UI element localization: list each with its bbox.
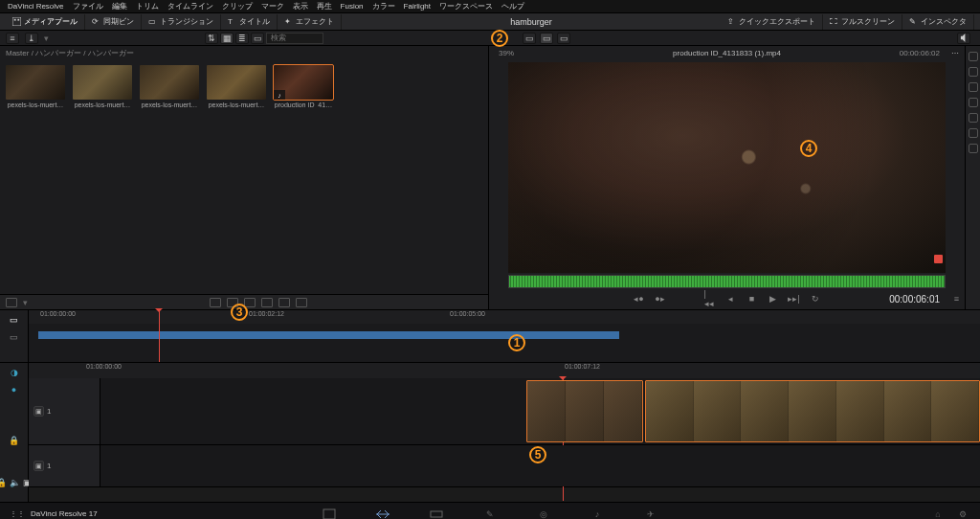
- transitions-toggle[interactable]: ▭ トランジション: [142, 14, 221, 30]
- prev-frame-button[interactable]: ◂: [725, 293, 737, 305]
- insert-clip-button[interactable]: [210, 298, 221, 307]
- media-page-button[interactable]: [322, 508, 337, 520]
- fairlight-page-button[interactable]: ♪: [590, 508, 605, 520]
- play-button[interactable]: ▶: [768, 293, 779, 305]
- svg-rect-1: [14, 19, 16, 21]
- upper-playhead[interactable]: [159, 310, 160, 362]
- loop-button[interactable]: ↻: [810, 293, 821, 305]
- video-track[interactable]: [100, 378, 980, 444]
- timeline-clip[interactable]: [645, 380, 980, 442]
- timeline-view-b[interactable]: ▭: [8, 331, 21, 343]
- bin-list-button[interactable]: ≡: [6, 33, 19, 44]
- lower-ruler[interactable]: 01:00:00:00 01:00:07:12: [29, 363, 980, 378]
- out-point-marker[interactable]: [934, 255, 943, 263]
- deliver-page-button[interactable]: ✈: [643, 508, 658, 520]
- media-pool-toggle[interactable]: メディアプール: [6, 14, 85, 30]
- fusion-page-button[interactable]: ✎: [482, 508, 498, 520]
- chevron-down-icon: ▾: [23, 298, 28, 307]
- media-clip[interactable]: ♪production ID_41…: [274, 65, 333, 108]
- lock-icon[interactable]: 🔒: [9, 436, 19, 445]
- transform-button[interactable]: [969, 67, 978, 77]
- audio-meter-toggle[interactable]: [957, 33, 970, 44]
- sync-bin-toggle[interactable]: ⟳ 同期ビン: [85, 14, 142, 30]
- menu-item[interactable]: ファイル: [73, 1, 103, 11]
- audio-waveform[interactable]: [508, 275, 946, 288]
- fullscreen-label: フルスクリーン: [841, 16, 895, 27]
- options-icon[interactable]: ⋯: [951, 49, 959, 57]
- mark-out-button[interactable]: ●▸: [655, 293, 666, 305]
- audio-track-header[interactable]: ▣ 1: [29, 445, 100, 486]
- close-up-button[interactable]: [261, 298, 273, 307]
- view-list-button[interactable]: ≣: [235, 33, 249, 44]
- quick-export-button[interactable]: ⇪ クイックエクスポート: [721, 14, 823, 30]
- mark-in-button[interactable]: ◂●: [634, 293, 645, 305]
- speed-button[interactable]: [969, 113, 978, 123]
- edit-page-button[interactable]: [429, 508, 444, 520]
- view-strip-button[interactable]: ▭: [251, 33, 264, 44]
- media-clip[interactable]: pexels-los-muert…: [6, 65, 65, 108]
- menu-item[interactable]: Fairlight: [404, 2, 431, 11]
- breadcrumb[interactable]: Master / ハンバーガー / ハンバーガー: [0, 46, 488, 59]
- upper-ruler[interactable]: 01:00:00:00 01:00:02:12 01:00:05:00: [29, 310, 980, 324]
- place-on-top-button[interactable]: [278, 298, 290, 307]
- marker-button[interactable]: ●: [8, 384, 21, 395]
- zoom-percent[interactable]: 39%: [499, 49, 514, 57]
- timeline-clip[interactable]: [526, 380, 643, 442]
- source-overwrite-button[interactable]: [296, 298, 307, 307]
- media-clip[interactable]: pexels-los-muert…: [140, 65, 199, 108]
- media-clip[interactable]: pexels-los-muert…: [207, 65, 266, 108]
- viewer-mode-c[interactable]: ▭: [557, 33, 570, 44]
- search-input[interactable]: [266, 33, 323, 44]
- titles-toggle[interactable]: T タイトル: [221, 14, 278, 30]
- color-page-button[interactable]: ◎: [536, 508, 551, 520]
- track-enable-toggle[interactable]: ▣: [33, 406, 44, 417]
- menu-item[interactable]: タイムライン: [167, 1, 213, 11]
- stop-button[interactable]: ■: [746, 293, 758, 305]
- tools-button[interactable]: [969, 52, 978, 61]
- mute-icon[interactable]: 🔈: [10, 478, 20, 487]
- timeline-view-a[interactable]: ▭: [8, 314, 21, 326]
- viewer-mode-a[interactable]: ▭: [523, 33, 536, 44]
- camera-button[interactable]: [969, 128, 978, 138]
- color-button[interactable]: [969, 144, 978, 153]
- menu-item[interactable]: ヘルプ: [501, 1, 524, 11]
- sort-button[interactable]: ⇅: [205, 33, 218, 44]
- jump-last-button[interactable]: ▸▸|: [789, 293, 800, 305]
- menu-item[interactable]: ワークスペース: [439, 1, 493, 11]
- viewer-options-icon[interactable]: ≡: [954, 294, 959, 304]
- transitions-label: トランジション: [160, 16, 213, 27]
- import-media-button[interactable]: ⤓: [25, 33, 38, 44]
- menu-item[interactable]: クリップ: [222, 1, 253, 11]
- inspector-toggle[interactable]: ✎ インスペクタ: [902, 14, 974, 30]
- menu-item[interactable]: カラー: [372, 1, 395, 11]
- menu-item[interactable]: マーク: [261, 1, 284, 11]
- menu-item[interactable]: 表示: [293, 1, 308, 11]
- menu-item[interactable]: トリム: [136, 1, 159, 11]
- menu-item[interactable]: DaVinci Resolve: [8, 2, 64, 11]
- media-pool-icon: [12, 17, 21, 26]
- audio-button[interactable]: [969, 98, 978, 107]
- viewer-mode-b[interactable]: ▭: [540, 33, 553, 44]
- snap-toggle[interactable]: ◑: [8, 367, 21, 378]
- effects-toggle[interactable]: ✦ エフェクト: [278, 14, 342, 30]
- jump-first-button[interactable]: |◂◂: [704, 293, 716, 305]
- cut-page-button[interactable]: [375, 508, 390, 520]
- settings-button[interactable]: ⚙: [955, 508, 970, 520]
- menu-item[interactable]: 編集: [112, 1, 127, 11]
- home-button[interactable]: ⌂: [930, 508, 946, 520]
- effects-label: エフェクト: [296, 16, 334, 27]
- lock-icon[interactable]: 🔒: [0, 478, 7, 487]
- ruler-tick: 01:00:07:12: [565, 363, 600, 370]
- media-clip[interactable]: pexels-los-muert…: [73, 65, 132, 108]
- menu-item[interactable]: 再生: [317, 1, 332, 11]
- timeline-clip-range[interactable]: [38, 331, 619, 339]
- resolution-toggle[interactable]: [6, 298, 17, 307]
- viewer-frame[interactable]: [508, 62, 946, 273]
- view-thumbnails-button[interactable]: ▦: [220, 33, 234, 44]
- svg-rect-0: [12, 17, 21, 26]
- video-track-header[interactable]: ▣ 1: [29, 378, 100, 444]
- fullscreen-button[interactable]: ⛶ フルスクリーン: [823, 14, 902, 30]
- crop-button[interactable]: [969, 82, 978, 92]
- track-enable-toggle[interactable]: ▣: [33, 461, 44, 471]
- menu-item[interactable]: Fusion: [341, 2, 364, 11]
